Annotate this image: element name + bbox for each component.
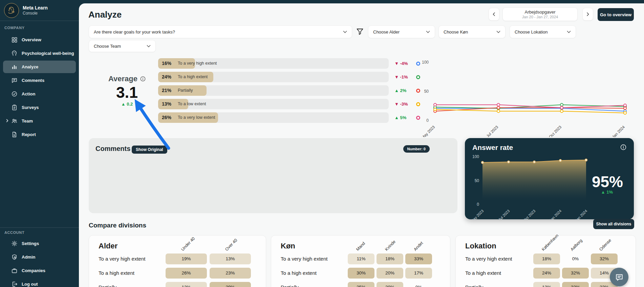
answer-rate-xtick: Oct 2023 [522,209,536,219]
sidebar-divider [0,227,79,228]
sidebar-item-label: Admin [22,255,35,260]
compare-cell: 20% [377,282,403,287]
trend-ytick: 50 [424,89,429,94]
trend-data-point [434,104,436,106]
answer-rate-chart: 100500May 2023Jul 2023Oct 2023Jan 2024Ja… [469,153,598,219]
compare-card-title: Lokation [465,242,496,250]
trend-data-point [560,106,563,109]
info-icon[interactable] [140,76,146,82]
trend-ytick: 100 [422,60,429,65]
info-icon[interactable] [620,144,626,150]
trend-series-line [435,105,625,108]
show-all-divisions-button[interactable]: Show all divisions [593,219,634,229]
sidebar-item-label: Team [22,118,33,124]
sidebar-item-report[interactable]: Report [3,128,76,141]
chat-fab-button[interactable] [610,268,628,286]
trend-xtick: May 2023 [421,125,435,137]
sidebar-item-team[interactable]: Team [3,115,76,127]
answer-rate-xtick: May 2023 [470,209,485,219]
comment-icon [11,77,18,84]
go-to-overview-button[interactable]: Go to overview [598,8,634,21]
compare-column-header: København [541,233,559,252]
period-range: Jan 20 - Jan 27, 2024 [522,15,558,19]
sidebar-item-overview[interactable]: Overview [3,34,76,46]
compare-cell: 26% [166,268,207,279]
show-original-button[interactable]: Show Original [132,146,167,154]
sidebar-item-admin[interactable]: Admin [3,251,76,263]
trend-xtick: Oct 2023 [548,125,562,137]
answer-rate-point [481,161,484,163]
team-filter-select[interactable]: Choose Team [89,40,156,52]
sidebar-item-label: Settings [22,241,39,246]
bar-delta: ▼ -4% [394,61,413,66]
bar-track: 16%To a very high extent [158,58,389,69]
compare-column-header: Aalborg [570,238,583,252]
trend-xtick: Jan 2024 [611,125,625,137]
compare-cell: 11% [348,253,374,264]
compare-row-label: To a high extent [281,268,317,279]
filter-funnel-icon [356,27,364,36]
sidebar-item-label: Analyze [22,64,38,69]
brand-name: Meta Learn [23,5,48,11]
bar-delta: ▲ 2% [394,88,413,93]
compare-card-alder: AlderUnder 40Over 40To a very high exten… [89,235,266,287]
answer-rate-point [559,159,562,162]
sidebar-item-companies[interactable]: Companies [3,264,76,277]
compare-cell: 32% [562,268,589,279]
compare-card-title: Køn [281,242,295,250]
compare-row-label: To a high extent [99,268,134,279]
team-icon [11,118,18,124]
head-wellbeing-icon [11,50,18,57]
sidebar-item-label: Psychological well-being [22,51,74,56]
compare-column-header: Kvinde [384,239,396,252]
question-select-value: Are there clear goals for your work task… [94,29,175,35]
brand-logo-icon [4,3,19,18]
compare-cell: 29% [210,282,251,287]
compare-column-header: Over 40 [224,238,238,252]
distribution-row: 16%To a very high extent▼ -4% [158,58,436,69]
sidebar-item-comments[interactable]: Comments [3,74,76,87]
compare-cell: 32% [562,282,589,287]
answer-rate-value: 95% [592,173,623,191]
compare-cell: 23% [210,268,251,279]
comments-title: Comments [95,145,130,153]
compare-column-header: Andet [413,241,424,252]
trend-data-point [560,104,563,106]
answer-rate-ytick: 0 [477,202,479,207]
sidebar-item-analyze[interactable]: Analyze [3,61,76,73]
period-next-button[interactable] [582,8,593,21]
bar-track: 24%To a high extent [158,72,389,82]
trend-data-point [497,104,500,106]
page-title: Analyze [88,9,122,20]
compare-cell: 18% [377,253,403,264]
filter-button[interactable] [356,27,365,36]
compare-cell: 33% [405,253,432,264]
lokation-filter-select[interactable]: Choose Lokation [510,25,576,38]
compare-row-label: Partially [281,282,299,287]
sidebar-item-wellbeing[interactable]: Psychological well-being [3,47,76,60]
sidebar-item-surveys[interactable]: Surveys [3,101,76,114]
trend-data-point [434,108,436,111]
sidebar-item-label: Report [22,132,36,137]
compare-column-header: Odense [598,238,612,252]
compare-cell: 13% [533,282,560,287]
bar-percent: 13% [162,99,171,109]
alder-filter-select[interactable]: Choose Alder [368,25,435,38]
period-selector[interactable]: Arbejdsopgaver Jan 20 - Jan 27, 2024 [502,7,578,21]
bar-percent: 21% [162,85,171,96]
sidebar-item-logout[interactable]: Log out [3,278,76,287]
trend-data-point [497,106,500,109]
alder-filter-value: Choose Alder [373,29,400,35]
sidebar-item-action[interactable]: Action [3,88,76,100]
answer-rate-title: Answer rate [472,144,513,152]
distribution-row: 24%To a high extent▼ -1% [158,72,436,82]
sidebar-item-settings[interactable]: Settings [3,237,76,250]
bar-track: 13%To a low extent [158,99,389,109]
question-select[interactable]: Are there clear goals for your work task… [89,25,352,38]
check-circle-icon [11,91,18,97]
period-prev-button[interactable] [489,8,499,21]
kon-filter-select[interactable]: Choose Køn [438,25,506,38]
sidebar-item-label: Log out [22,282,38,287]
compare-card-lokation: LokationKøbenhavnAalborgOdenseTo a very … [455,235,636,287]
sidebar-item-label: Companies [22,268,45,273]
